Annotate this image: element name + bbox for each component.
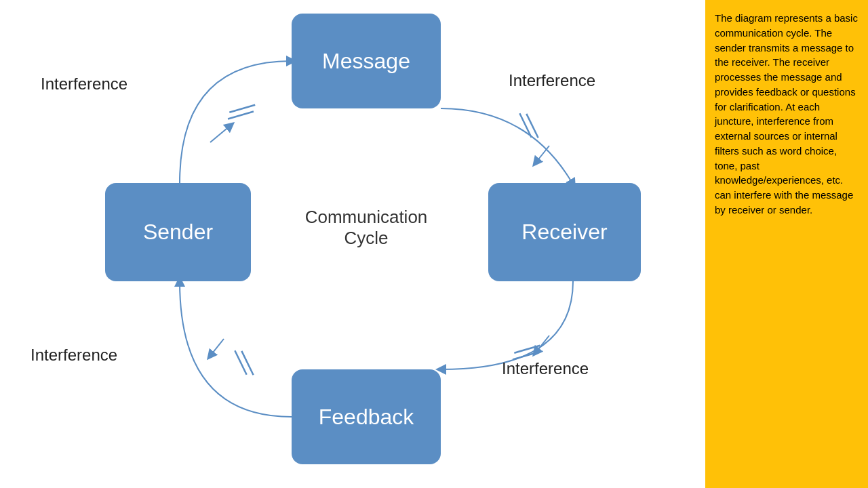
message-label: Message [322, 49, 410, 74]
cycle-line2: Cycle [344, 228, 388, 248]
svg-line-3 [519, 114, 545, 138]
svg-line-2 [513, 113, 538, 137]
svg-line-4 [228, 350, 254, 374]
svg-line-5 [235, 351, 260, 375]
sidebar-panel: The diagram represents a basic communica… [705, 0, 868, 488]
svg-line-7 [514, 338, 540, 361]
cycle-line1: Communication [305, 207, 428, 227]
receiver-box: Receiver [488, 183, 641, 281]
svg-line-0 [228, 103, 254, 127]
message-box: Message [292, 14, 441, 108]
sender-label: Sender [143, 220, 213, 245]
interference-top-left: Interference [41, 75, 127, 94]
sidebar-text: The diagram represents a basic communica… [715, 11, 859, 218]
main-area: Message Sender Receiver Feedback Communi… [0, 0, 705, 488]
feedback-label: Feedback [319, 405, 414, 430]
interference-bottom-left: Interference [31, 346, 117, 365]
interference-top-right: Interference [509, 71, 595, 90]
center-label: Communication Cycle [292, 207, 441, 249]
sender-box: Sender [105, 183, 251, 281]
svg-line-1 [229, 97, 255, 121]
receiver-label: Receiver [521, 220, 607, 245]
feedback-box: Feedback [292, 369, 441, 464]
interference-bottom-right: Interference [502, 359, 589, 378]
